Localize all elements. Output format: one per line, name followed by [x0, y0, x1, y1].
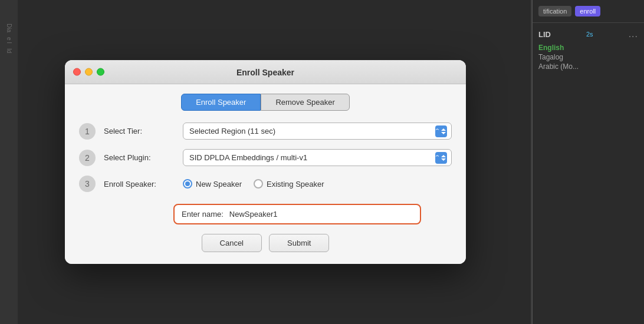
step-3-number: 3	[79, 176, 96, 192]
step-3-row: 3 Enroll Speaker: New Speaker Existing S…	[79, 176, 452, 192]
tab-enroll[interactable]: enroll	[575, 6, 600, 16]
step-2-row: 2 Select Plugin: SID DPLDA Embeddings / …	[79, 149, 452, 166]
plugin-select[interactable]: SID DPLDA Embeddings / multi-v1	[183, 149, 452, 166]
lang-item-english: English	[538, 43, 638, 52]
radio-existing-speaker-circle	[254, 179, 263, 189]
radio-new-speaker-label: New Speaker	[196, 180, 242, 189]
minimize-button[interactable]	[85, 68, 93, 76]
segment-control: Enroll Speaker Remove Speaker	[79, 94, 452, 111]
radio-existing-speaker[interactable]: Existing Speaker	[254, 179, 324, 189]
name-entry-label: Enter name:	[182, 210, 224, 219]
tier-select-wrapper: Selected Region (11 sec)	[183, 123, 452, 140]
tab-notification[interactable]: tification	[538, 6, 571, 16]
name-entry-input[interactable]	[229, 210, 413, 219]
tier-select[interactable]: Selected Region (11 sec)	[183, 123, 452, 140]
window-controls	[73, 68, 104, 76]
lid-time: 2s	[586, 31, 593, 38]
lid-header: LID 2s ...	[538, 29, 638, 39]
maximize-button[interactable]	[97, 68, 104, 76]
dialog-title: Enroll Speaker	[236, 68, 294, 77]
tab-enroll-speaker[interactable]: Enroll Speaker	[181, 94, 261, 111]
radio-new-speaker-circle	[183, 179, 192, 189]
lang-item-tagalog: Tagalog	[538, 52, 638, 62]
modal-overlay: Enroll Speaker Enroll Speaker Remove Spe…	[0, 0, 531, 324]
step-1-label: Select Tier:	[104, 127, 175, 135]
dialog-body: Enroll Speaker Remove Speaker 1 Select T…	[65, 84, 466, 264]
lid-dots[interactable]: ...	[629, 29, 638, 39]
right-panel-tabs: tification enroll	[533, 0, 644, 23]
lid-section: LID 2s ... English Tagalog Arabic (Mo...	[533, 23, 644, 77]
radio-existing-speaker-label: Existing Speaker	[267, 180, 324, 189]
step-2-label: Select Plugin:	[104, 153, 175, 162]
step-1-row: 1 Select Tier: Selected Region (11 sec)	[79, 123, 452, 140]
plugin-select-wrapper: SID DPLDA Embeddings / multi-v1	[183, 149, 452, 166]
submit-button[interactable]: Submit	[269, 234, 329, 252]
enroll-speaker-dialog: Enroll Speaker Enroll Speaker Remove Spe…	[65, 60, 466, 264]
dialog-title-bar: Enroll Speaker	[65, 60, 466, 84]
speaker-type-radio-group: New Speaker Existing Speaker	[183, 179, 324, 189]
language-list: English Tagalog Arabic (Mo...	[538, 43, 638, 71]
lang-item-arabic: Arabic (Mo...	[538, 62, 638, 71]
cancel-button[interactable]: Cancel	[202, 234, 262, 252]
step-3-label: Enroll Speaker:	[104, 180, 175, 189]
name-entry-box: Enter name:	[173, 204, 421, 224]
steps-container: 1 Select Tier: Selected Region (11 sec)	[79, 123, 452, 192]
right-panel: tification enroll LID 2s ... English Tag…	[532, 0, 644, 324]
close-button[interactable]	[73, 68, 81, 76]
lid-label: LID	[538, 30, 551, 39]
radio-new-speaker[interactable]: New Speaker	[183, 179, 242, 189]
tab-remove-speaker[interactable]: Remove Speaker	[261, 94, 349, 111]
buttons-row: Cancel Submit	[79, 234, 452, 252]
step-2-number: 2	[79, 150, 96, 166]
step-1-number: 1	[79, 123, 96, 140]
name-entry-section: Enter name:	[173, 204, 452, 224]
